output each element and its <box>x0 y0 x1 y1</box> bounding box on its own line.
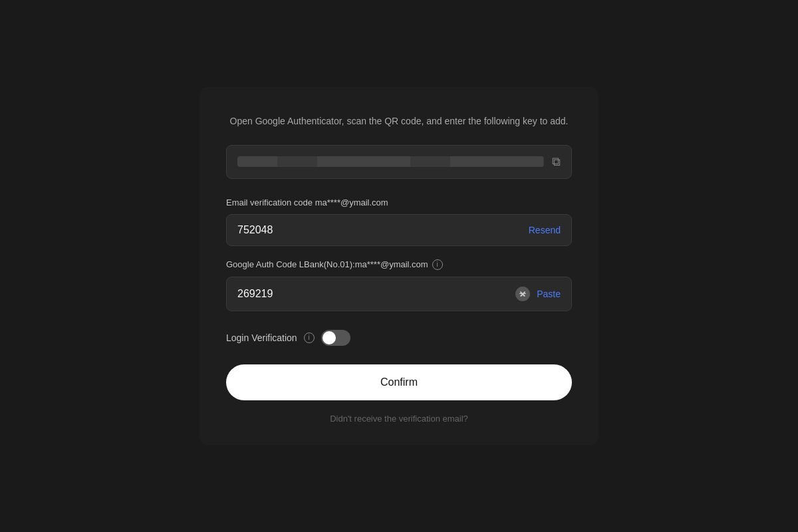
email-verification-input[interactable] <box>237 224 529 236</box>
modal-container: Open Google Authenticator, scan the QR c… <box>200 87 598 444</box>
login-verification-info-icon[interactable]: i <box>304 332 315 343</box>
key-input-row: ⧉ <box>226 145 572 179</box>
email-verification-label: Email verification code ma****@ymail.com <box>226 198 572 207</box>
login-verification-toggle[interactable] <box>321 330 350 346</box>
toggle-slider <box>321 330 350 346</box>
google-auth-label: Google Auth Code LBank(No.01):ma****@yma… <box>226 259 572 270</box>
paste-button[interactable]: Paste <box>537 289 561 299</box>
email-verification-input-wrapper: Resend <box>226 214 572 246</box>
clear-icon[interactable] <box>515 287 530 301</box>
resend-button[interactable]: Resend <box>529 225 561 235</box>
email-verification-section: Email verification code ma****@ymail.com… <box>226 198 572 246</box>
instruction-text: Open Google Authenticator, scan the QR c… <box>226 114 572 128</box>
google-auth-input-wrapper: Paste <box>226 277 572 311</box>
copy-icon[interactable]: ⧉ <box>552 155 561 169</box>
google-auth-section: Google Auth Code LBank(No.01):ma****@yma… <box>226 259 572 311</box>
google-auth-input[interactable] <box>237 288 515 300</box>
confirm-button[interactable]: Confirm <box>226 364 572 400</box>
secret-key-blurred <box>237 156 544 167</box>
login-verification-label: Login Verification <box>226 332 297 343</box>
resend-verification-text: Didn't receive the verification email? <box>226 414 572 424</box>
login-verification-row: Login Verification i <box>226 330 572 346</box>
google-auth-info-icon[interactable]: i <box>432 259 443 270</box>
